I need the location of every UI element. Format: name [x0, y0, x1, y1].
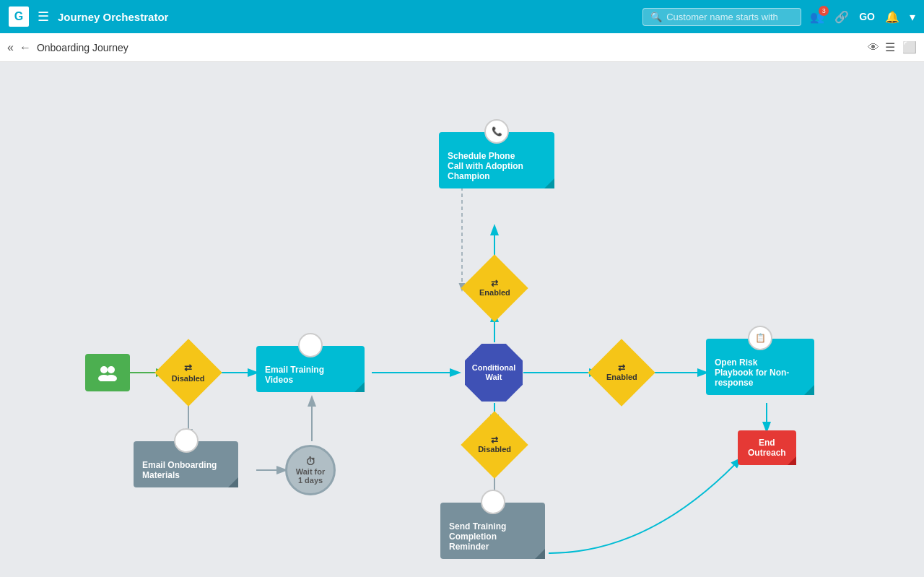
disabled-diamond-2[interactable]: ⇄ Disabled [471, 421, 518, 469]
page-title: Onboarding Journey [37, 42, 862, 53]
eye-icon[interactable]: 👁 [868, 41, 879, 54]
collapse-icon[interactable]: « [7, 41, 14, 54]
send-training-reminder-node[interactable]: ✉ Send Training Completion Reminder [440, 503, 545, 559]
hamburger-menu[interactable]: ☰ [38, 9, 49, 25]
users-badge: 3 [819, 6, 829, 16]
enabled-diamond-1[interactable]: ⇄ Enabled [471, 264, 518, 312]
email-training-title: Email Training Videos [265, 365, 356, 385]
top-navigation: G ☰ Journey Orchestrator 🔍 👥 3 🔗 GO 🔔 ▾ [0, 0, 924, 33]
end-outreach-node[interactable]: End Outreach [738, 430, 796, 465]
email-icon-onboarding: ✉ [174, 428, 199, 453]
email-icon-training: ✉ [298, 333, 323, 357]
nav-icons: 👥 3 🔗 GO 🔔 ▾ [810, 10, 915, 24]
email-onboarding-materials-node[interactable]: ✉ Email Onboarding Materials [134, 441, 238, 487]
users-icon[interactable]: 👥 3 [810, 10, 824, 24]
clipboard-icon: 📋 [748, 326, 772, 350]
schedule-phone-title: Schedule Phone Call with Adoption Champi… [448, 151, 546, 181]
search-input[interactable] [666, 12, 789, 22]
people-icon [97, 364, 118, 381]
list-icon[interactable]: ☰ [885, 40, 895, 54]
secondary-navigation: « ← Onboarding Journey 👁 ☰ ⬜ [0, 33, 924, 62]
back-button[interactable]: ← [19, 41, 31, 54]
email-icon-reminder: ✉ [481, 490, 505, 514]
bell-icon[interactable]: 🔔 [885, 10, 899, 24]
conditional-wait-node[interactable]: Conditional Wait [465, 344, 523, 402]
app-logo: G [9, 6, 29, 27]
end-outreach-label: End Outreach [748, 438, 786, 458]
svg-point-17 [108, 366, 115, 373]
email-training-videos-node[interactable]: ✉ Email Training Videos [256, 346, 365, 392]
go-text[interactable]: GO [859, 11, 875, 22]
open-risk-title: Open Risk Playbook for Non- response [715, 357, 806, 388]
search-icon: 🔍 [650, 12, 662, 22]
search-bar[interactable]: 🔍 [642, 8, 801, 26]
app-title: Journey Orchestrator [58, 11, 634, 23]
wait-node[interactable]: ⏱ Wait for 1 days [285, 445, 336, 495]
schedule-phone-call-node[interactable]: 📞 Schedule Phone Call with Adoption Cham… [439, 132, 554, 188]
chevron-down-icon[interactable]: ▾ [910, 10, 915, 24]
right-toolbar: ☰ ⬜ [885, 40, 917, 54]
start-node[interactable] [85, 354, 130, 391]
export-icon[interactable]: ⬜ [902, 40, 917, 54]
journey-canvas: ⇄ Disabled ✉ Email Training Videos ✉ Ema… [0, 62, 924, 577]
open-risk-playbook-node[interactable]: 📋 Open Risk Playbook for Non- response [706, 339, 814, 395]
enabled-diamond-2[interactable]: ⇄ Enabled [598, 349, 645, 396]
network-icon[interactable]: 🔗 [834, 10, 849, 24]
svg-point-16 [100, 366, 108, 373]
send-training-title: Send Training Completion Reminder [449, 521, 536, 552]
phone-icon: 📞 [484, 119, 509, 144]
email-onboarding-title: Email Onboarding Materials [142, 460, 230, 480]
disabled-diamond-1[interactable]: ⇄ Disabled [165, 349, 212, 396]
